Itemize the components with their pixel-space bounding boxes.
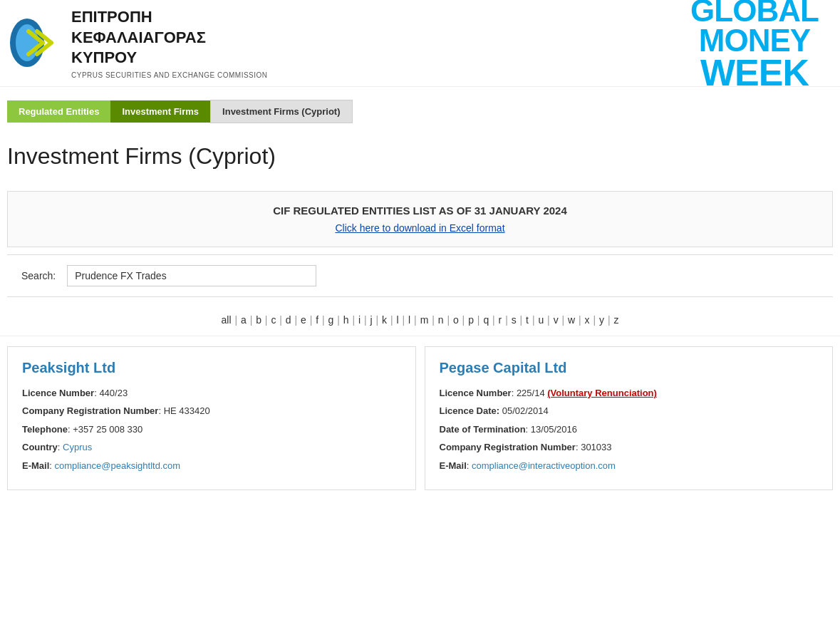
alpha-w[interactable]: w bbox=[568, 314, 575, 326]
alpha-p[interactable]: p bbox=[468, 314, 474, 326]
header: ΕΠΙΤΡΟΠΗ ΚΕΦΑΛΑΙΑΓΟΡΑΣ ΚΥΠΡΟΥ CYPRUS SEC… bbox=[0, 0, 840, 87]
search-input[interactable] bbox=[67, 265, 316, 286]
card-field-licdate-pegase: Licence Date: 05/02/2014 bbox=[440, 404, 819, 418]
logo-greek: ΕΠΙΤΡΟΠΗ ΚΕΦΑΛΑΙΑΓΟΡΑΣ ΚΥΠΡΟΥ bbox=[71, 7, 268, 68]
alpha-d[interactable]: d bbox=[286, 314, 291, 326]
cysec-logo: ΕΠΙΤΡΟΠΗ ΚΕΦΑΛΑΙΑΓΟΡΑΣ ΚΥΠΡΟΥ CYPRUS SEC… bbox=[7, 7, 268, 79]
logo-english: CYPRUS SECURITIES AND EXCHANGE COMMISSIO… bbox=[71, 71, 268, 79]
gmw-line3: WEEK bbox=[690, 56, 819, 90]
card-field-licence-pegase: Licence Number: 225/14 (Voluntary Renunc… bbox=[440, 386, 819, 400]
alpha-e[interactable]: e bbox=[301, 314, 306, 326]
email-link-peaksight[interactable]: compliance@peaksightltd.com bbox=[55, 460, 181, 471]
alpha-all[interactable]: all bbox=[222, 314, 232, 326]
alpha-l2[interactable]: l bbox=[408, 314, 410, 326]
page-title: Investment Firms (Cypriot) bbox=[0, 129, 840, 184]
search-bar: Search: bbox=[7, 254, 833, 297]
alpha-y[interactable]: y bbox=[599, 314, 604, 326]
alpha-q[interactable]: q bbox=[483, 314, 489, 326]
country-link-peaksight[interactable]: Cyprus bbox=[63, 442, 92, 452]
alpha-t[interactable]: t bbox=[526, 314, 529, 326]
card-field-email-pegase: E-Mail: compliance@interactiveoption.com bbox=[440, 459, 819, 473]
breadcrumb-tab-investment-firms-cypriot[interactable]: Investment Firms (Cypriot) bbox=[210, 100, 352, 123]
alpha-c[interactable]: c bbox=[271, 314, 276, 326]
alpha-h[interactable]: h bbox=[343, 314, 349, 326]
breadcrumb-tab-regulated-entities[interactable]: Regulated Entities bbox=[7, 100, 110, 123]
alpha-b[interactable]: b bbox=[256, 314, 261, 326]
cysec-icon bbox=[7, 14, 64, 71]
gmw-line2: MONEY bbox=[690, 26, 819, 56]
card-title-peaksight[interactable]: Peaksight Ltd bbox=[22, 360, 401, 376]
card-field-reg-peaksight: Company Registration Number: HE 433420 bbox=[22, 404, 401, 418]
gmw-line1: GLOBAL bbox=[690, 0, 819, 26]
alpha-g[interactable]: g bbox=[328, 314, 334, 326]
alpha-l1[interactable]: l bbox=[397, 314, 399, 326]
alpha-k[interactable]: k bbox=[382, 314, 387, 326]
card-field-country-peaksight: Country: Cyprus bbox=[22, 440, 401, 455]
alpha-x[interactable]: x bbox=[585, 314, 590, 326]
logo-text-block: ΕΠΙΤΡΟΠΗ ΚΕΦΑΛΑΙΑΓΟΡΑΣ ΚΥΠΡΟΥ CYPRUS SEC… bbox=[71, 7, 268, 79]
cards-row: Peaksight Ltd Licence Number: 440/23 Com… bbox=[0, 336, 840, 501]
excel-download-link[interactable]: Click here to download in Excel format bbox=[21, 222, 819, 234]
breadcrumb-tab-investment-firms[interactable]: Investment Firms bbox=[110, 100, 210, 123]
card-title-pegase[interactable]: Pegase Capital Ltd bbox=[440, 360, 819, 376]
info-box: CIF REGULATED ENTITIES LIST AS OF 31 JAN… bbox=[7, 191, 833, 247]
card-field-termination-pegase: Date of Termination: 13/05/2016 bbox=[440, 423, 819, 437]
voluntary-renunciation-badge[interactable]: (Voluntary Renunciation) bbox=[547, 388, 657, 398]
card-field-licence-peaksight: Licence Number: 440/23 bbox=[22, 386, 401, 400]
card-field-reg-pegase: Company Registration Number: 301033 bbox=[440, 440, 819, 455]
alpha-v[interactable]: v bbox=[554, 314, 559, 326]
card-field-email-peaksight: E-Mail: compliance@peaksightltd.com bbox=[22, 459, 401, 473]
gmw-logo: GLOBAL MONEY WEEK bbox=[683, 11, 826, 75]
alpha-r[interactable]: r bbox=[499, 314, 502, 326]
email-link-pegase[interactable]: compliance@interactiveoption.com bbox=[472, 460, 616, 471]
info-box-title: CIF REGULATED ENTITIES LIST AS OF 31 JAN… bbox=[21, 204, 819, 217]
alpha-u[interactable]: u bbox=[538, 314, 544, 326]
card-field-tel-peaksight: Telephone: +357 25 008 330 bbox=[22, 423, 401, 437]
breadcrumb-bar: Regulated Entities Investment Firms Inve… bbox=[0, 94, 840, 129]
alpha-s[interactable]: s bbox=[512, 314, 517, 326]
search-label: Search: bbox=[21, 270, 56, 281]
alpha-n[interactable]: n bbox=[438, 314, 444, 326]
alpha-a[interactable]: a bbox=[241, 314, 247, 326]
alpha-j[interactable]: j bbox=[370, 314, 373, 326]
alpha-m[interactable]: m bbox=[420, 314, 429, 326]
alpha-z[interactable]: z bbox=[613, 314, 618, 326]
alpha-i[interactable]: i bbox=[358, 314, 361, 326]
card-pegase: Pegase Capital Ltd Licence Number: 225/1… bbox=[425, 346, 834, 491]
alpha-o[interactable]: o bbox=[453, 314, 459, 326]
alpha-filter: all | a | b | c | d | e | f | g | h | i … bbox=[0, 304, 840, 336]
card-peaksight: Peaksight Ltd Licence Number: 440/23 Com… bbox=[7, 346, 416, 491]
alpha-f[interactable]: f bbox=[316, 314, 318, 326]
